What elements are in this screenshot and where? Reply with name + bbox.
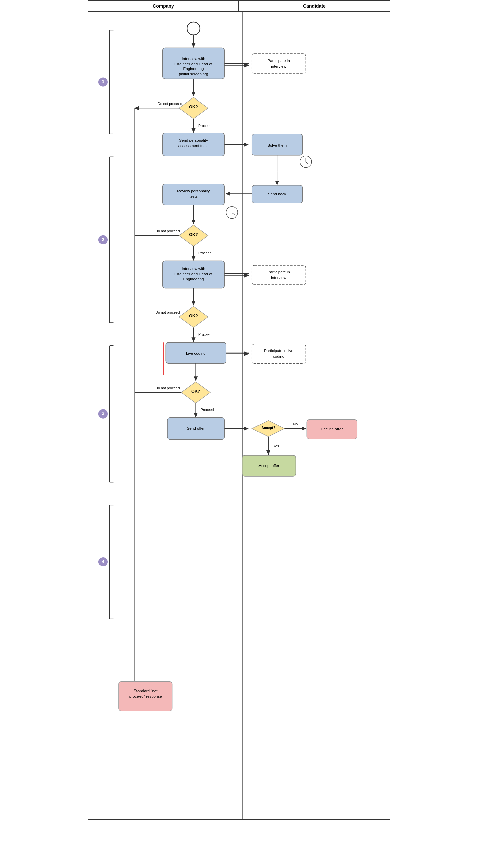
- participate-2-text2: interview: [271, 275, 286, 280]
- send-back-text: Send back: [268, 192, 286, 196]
- start-node: [187, 22, 200, 35]
- review-personality-text1: Review personality: [177, 189, 210, 193]
- send-personality-text2: assessment tests: [179, 143, 209, 148]
- participate-1-text2: interview: [271, 64, 286, 68]
- lane3-label: 3: [102, 411, 104, 416]
- proceed-1-label: Proceed: [198, 124, 212, 128]
- participate-live-text1: Participate in live: [264, 348, 293, 353]
- lane2-label: 2: [102, 237, 104, 242]
- review-personality-text2: tests: [189, 194, 198, 198]
- diagram-header: Company Candidate: [88, 1, 390, 12]
- proceed-3-label: Proceed: [198, 333, 212, 337]
- solve-them-text: Solve them: [267, 143, 287, 147]
- participate-1-text1: Participate in: [267, 58, 290, 63]
- std-not-proceed-text1: Standard "not: [134, 688, 158, 693]
- live-coding-text: Live coding: [186, 351, 206, 355]
- initial-interview-text-2: Engineer and Head of: [174, 62, 213, 66]
- ok4-text: OK?: [191, 389, 200, 394]
- interview2-text2: Engineer and Head of: [174, 272, 213, 276]
- participate-live-text2: coding: [273, 354, 284, 359]
- accept-offer-text: Accept offer: [258, 463, 279, 468]
- std-not-proceed-text2: proceed" response: [129, 694, 162, 698]
- proceed-2-label: Proceed: [198, 251, 212, 255]
- participate-2-text1: Participate in: [267, 270, 290, 274]
- lane4-label: 4: [102, 559, 104, 564]
- do-not-proceed-2-label: Do not proceed: [155, 229, 180, 233]
- yes-label: Yes: [273, 444, 279, 448]
- send-offer-text: Send offer: [187, 426, 205, 430]
- ok3-text: OK?: [189, 314, 198, 318]
- diagram-svg: 1 2 3 4 Interview with: [88, 12, 390, 819]
- do-not-proceed-3-label: Do not proceed: [155, 310, 180, 314]
- accept-text: Accept?: [261, 426, 275, 430]
- initial-interview-text-1: Interview with: [182, 57, 205, 61]
- initial-interview-text-4: (initial screening): [179, 72, 209, 76]
- lane1-label: 1: [102, 79, 104, 84]
- send-personality-text1: Send personality: [179, 138, 208, 142]
- ok1-text: OK?: [189, 104, 198, 109]
- interview2-text1: Interview with: [182, 266, 205, 271]
- company-column-header: Company: [88, 1, 239, 11]
- candidate-column-header: Candidate: [239, 1, 390, 11]
- do-not-proceed-4-label: Do not proceed: [155, 386, 180, 390]
- diagram-container: Company Candidate 1: [88, 0, 390, 819]
- do-not-proceed-1-label: Do not proceed: [158, 101, 182, 105]
- initial-interview-text-3: Engineering: [183, 66, 204, 71]
- ok2-text: OK?: [189, 232, 198, 237]
- diagram-body: 1 2 3 4 Interview with: [88, 12, 390, 819]
- proceed-4-label: Proceed: [201, 408, 214, 412]
- interview2-text3: Engineering: [183, 277, 204, 281]
- no-label: No: [293, 422, 298, 426]
- decline-offer-text: Decline offer: [321, 427, 343, 431]
